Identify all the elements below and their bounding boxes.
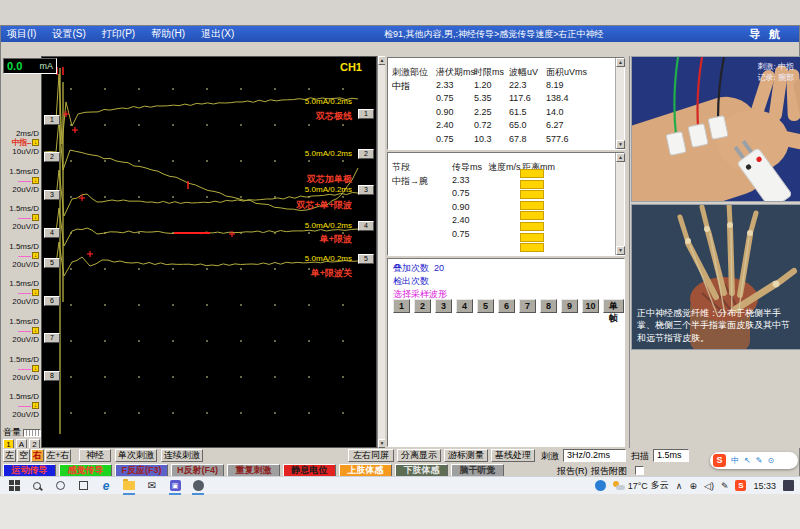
edge-browser-icon[interactable]: e [99, 479, 113, 493]
baseline-button[interactable]: 基线处理 [491, 449, 535, 462]
stim-rate-input[interactable]: 3Hz/0.2ms [563, 449, 626, 462]
trace-number-button[interactable]: 3 [358, 185, 374, 195]
report-figure-checkbox[interactable] [635, 466, 644, 475]
menu-item[interactable]: 打印(P) [102, 27, 135, 41]
sample-button[interactable]: 7 [519, 299, 536, 313]
channel-marker-icon[interactable]: ↓ [32, 402, 39, 409]
channel-settings-group[interactable]: 1.5ms/D ------ ↓ 20uV/D [1, 167, 41, 205]
navigation-button[interactable]: 导航 [749, 27, 789, 42]
trace-number-button[interactable]: 4 [358, 221, 374, 231]
side-left-button[interactable]: 左 [3, 449, 16, 462]
distance-input[interactable] [520, 211, 544, 220]
channel-marker-icon[interactable]: ↓ [32, 177, 39, 184]
channel-settings-group[interactable]: 1.5ms/D ------ ↓ 20uV/D [1, 392, 41, 430]
sample-button[interactable]: 3 [435, 299, 452, 313]
menu-item[interactable]: 退出(X) [201, 27, 234, 41]
distance-input[interactable] [520, 190, 544, 199]
channel-settings-group[interactable]: 2ms/D 中指-- ↓ 10uV/D [1, 129, 41, 167]
ime-tray-icon[interactable]: S [735, 480, 746, 491]
weather-widget[interactable]: 17°C 多云 [613, 479, 669, 492]
scope-channel-button[interactable]: 6 [44, 296, 60, 306]
tray-app-icon[interactable] [595, 480, 606, 491]
scope-channel-button[interactable]: 7 [44, 333, 60, 343]
chinese-mode-icon[interactable]: 中 [731, 457, 739, 465]
network-icon[interactable]: ⊕ [689, 481, 697, 491]
sample-button[interactable]: 单帧 [603, 299, 624, 313]
distance-input[interactable] [520, 222, 544, 231]
sample-button[interactable]: 8 [540, 299, 557, 313]
scope-channel-button[interactable]: 2 [44, 152, 60, 162]
channel-marker-icon[interactable]: ↓ [32, 365, 39, 372]
menu-item[interactable]: 项目(I) [7, 27, 36, 41]
scope-channel-button[interactable]: 8 [44, 371, 60, 381]
channel-marker-icon[interactable]: ↓ [32, 214, 39, 221]
side-both-button[interactable]: 左+右 [45, 449, 71, 462]
scope-channel-button[interactable]: 1 [44, 115, 60, 125]
pen-input-icon[interactable]: ✎ [721, 481, 729, 491]
trace-number-button[interactable]: 5 [358, 254, 374, 264]
scope-channel-button[interactable]: 3 [44, 190, 60, 200]
distance-input[interactable] [520, 169, 544, 178]
channel-settings-group[interactable]: 1.5ms/D ------ ↓ 20uV/D [1, 355, 41, 393]
search-icon[interactable] [30, 479, 44, 493]
cortana-icon[interactable] [53, 479, 67, 493]
tray-expand-icon[interactable]: ∧ [676, 481, 683, 491]
nerve-button[interactable]: 神经 [79, 449, 111, 462]
channel-settings-group[interactable]: 1.5ms/D ------ ↓ 20uV/D [1, 242, 41, 280]
trace-number-button[interactable]: 2 [358, 149, 374, 159]
cursor-measure-button[interactable]: 游标测量 [444, 449, 488, 462]
sample-button[interactable]: 9 [561, 299, 578, 313]
sample-button[interactable]: 1 [393, 299, 410, 313]
sample-button[interactable]: 4 [456, 299, 473, 313]
distance-input[interactable] [520, 201, 544, 210]
sample-button[interactable]: 10 [582, 299, 599, 313]
scroll-up-icon[interactable]: ▲ [616, 58, 625, 67]
sogou-logo-icon[interactable]: S [713, 454, 726, 467]
channel-marker-icon[interactable]: ↓ [32, 289, 39, 296]
notification-center-icon[interactable] [783, 480, 794, 491]
scroll-up-icon[interactable]: ▲ [616, 153, 625, 162]
ime-toolbar[interactable]: S 中 ↖ ✎ ⊙ [710, 452, 798, 469]
channel-marker-icon[interactable]: ↓ [32, 327, 39, 334]
sample-button[interactable]: 2 [414, 299, 431, 313]
sweep-input[interactable]: 1.5ms [653, 449, 689, 462]
table-scrollbar[interactable]: ▲ ▼ [615, 153, 624, 255]
channel-marker-icon[interactable]: ↓ [32, 252, 39, 259]
pen-icon[interactable]: ✎ [756, 457, 763, 465]
settings-icon[interactable]: ⊙ [767, 457, 774, 465]
volume-icon[interactable]: ◁) [704, 481, 714, 491]
distance-input[interactable] [520, 233, 544, 242]
start-button[interactable] [7, 479, 21, 493]
continuous-stim-button[interactable]: 连续刺激 [161, 449, 203, 462]
menu-item[interactable]: 设置(S) [52, 27, 85, 41]
menu-item[interactable]: 帮助(H) [151, 27, 185, 41]
table-scrollbar[interactable]: ▲ ▼ [615, 58, 624, 149]
sample-button[interactable]: 6 [498, 299, 515, 313]
side-right-button[interactable]: 右 [31, 449, 44, 462]
app-taskbar-icon[interactable] [191, 479, 205, 493]
trace-number-button[interactable]: 1 [358, 109, 374, 119]
split-display-button[interactable]: 分离显示 [397, 449, 441, 462]
channel-settings-group[interactable]: 1.5ms/D ------ ↓ 20uV/D [1, 204, 41, 242]
same-screen-button[interactable]: 左右同屏 [348, 449, 394, 462]
channel-marker-icon[interactable]: ↓ [32, 139, 39, 146]
clock[interactable]: 15:33 [753, 481, 776, 491]
scroll-down-icon[interactable]: ▼ [616, 140, 625, 149]
sample-button[interactable]: 5 [477, 299, 494, 313]
distance-input[interactable] [520, 243, 544, 252]
waveform-display[interactable]: CH1 5.0mA/0.2ms双芯极线15.0mA/0.2ms双芯加单极25.0… [41, 56, 377, 448]
cursor-icon[interactable]: ↖ [744, 457, 751, 465]
task-view-icon[interactable] [76, 479, 90, 493]
volume-slider[interactable] [23, 429, 41, 437]
channel-settings-group[interactable]: 1.5ms/D ------ ↓ 20uV/D [1, 279, 41, 317]
side-none-button[interactable]: 空 [17, 449, 30, 462]
scope-channel-button[interactable]: 4 [44, 228, 60, 238]
file-explorer-icon[interactable] [122, 479, 136, 493]
distance-input[interactable] [520, 180, 544, 189]
scope-channel-button[interactable]: 5 [44, 258, 60, 268]
scroll-down-icon[interactable]: ▼ [616, 246, 625, 255]
single-stim-button[interactable]: 单次刺激 [115, 449, 157, 462]
emg-app-taskbar-icon[interactable]: ▣ [168, 479, 182, 493]
mail-icon[interactable]: ✉ [145, 479, 159, 493]
scope-scrollbar[interactable]: ▲ ▼ [377, 56, 385, 448]
